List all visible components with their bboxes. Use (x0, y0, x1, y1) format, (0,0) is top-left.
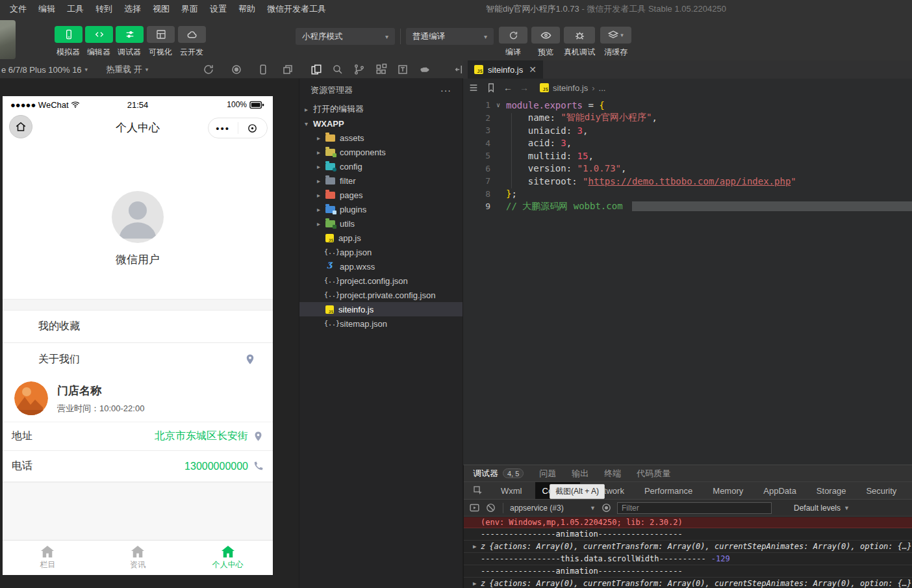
explorer-item[interactable]: ▸ utils (299, 216, 462, 231)
tab-bar-item[interactable]: 栏目 (3, 541, 93, 575)
clear-cache-button[interactable]: ▾ (600, 27, 631, 44)
expand-arrow-icon[interactable]: ▶ (473, 542, 481, 550)
editor-toggle-button[interactable] (85, 26, 113, 43)
code-line[interactable]: 1∨module.exports = { (463, 99, 912, 112)
teapot-icon[interactable] (419, 64, 431, 75)
code-line[interactable]: 3 uniacid: 3, (463, 124, 912, 137)
git-branch-icon[interactable] (353, 64, 365, 75)
search-icon[interactable] (332, 64, 344, 75)
exit-target-button[interactable] (238, 123, 268, 134)
expand-arrow-icon[interactable] (473, 518, 481, 519)
explorer-item[interactable]: sitemap.json (299, 316, 462, 331)
info-row[interactable]: 电话 13000000000 (3, 451, 273, 482)
device-frame-icon[interactable] (257, 64, 269, 75)
devtools-tab[interactable]: Memory (705, 482, 750, 499)
simulator-toggle-button[interactable] (55, 26, 82, 43)
debugger-tab[interactable]: 输出 (572, 468, 589, 479)
visualize-toggle-button[interactable] (147, 26, 175, 43)
menu-item[interactable]: 转到 (90, 0, 118, 18)
npm-package-icon[interactable] (397, 64, 409, 75)
mode-select[interactable]: 小程序模式 ▾ (296, 28, 395, 45)
console-filter-input[interactable] (617, 502, 772, 514)
tab-bar-item[interactable]: 个人中心 (183, 541, 273, 575)
devtools-tab[interactable]: Storage (809, 482, 854, 499)
menu-item[interactable]: 编辑 (32, 0, 61, 18)
menu-item[interactable]: 视图 (147, 0, 175, 18)
explorer-item[interactable]: ▸ pages (299, 188, 462, 202)
avatar[interactable] (112, 191, 164, 243)
device-select[interactable]: e 6/7/8 Plus 100% 16 (1, 65, 82, 75)
inspect-element-icon[interactable] (468, 482, 488, 499)
files-explorer-icon[interactable] (310, 64, 322, 75)
menu-item[interactable]: 文件 (4, 0, 32, 18)
debugger-tab[interactable]: 代码质量 (637, 468, 670, 479)
debugger-tab[interactable]: 终端 (604, 468, 621, 479)
explorer-item[interactable]: ▸ 打开的编辑器 (299, 102, 462, 116)
multi-window-icon[interactable] (282, 64, 294, 75)
console-eye-icon[interactable] (601, 502, 612, 513)
explorer-item[interactable]: ▸ filter (299, 173, 462, 188)
explorer-item[interactable]: project.config.json (299, 274, 462, 288)
menu-item[interactable]: 界面 (175, 0, 204, 18)
record-stop-icon[interactable] (231, 64, 242, 75)
code-line[interactable]: 2 name: "智能diy官网小程序", (463, 112, 912, 125)
code-line[interactable]: 7 siteroot: "https://demo.ttbobo.com/app… (463, 175, 912, 188)
breadcrumb-more[interactable]: ... (599, 83, 606, 93)
twisty-icon[interactable]: ▸ (317, 163, 325, 170)
tab-bar-item[interactable]: 资讯 (93, 541, 183, 575)
explorer-item[interactable]: app.wxss (299, 259, 462, 274)
compile-button[interactable] (499, 27, 527, 44)
explorer-item[interactable]: ▸ assets (299, 131, 462, 145)
log-levels-select[interactable]: Default levels ▼ (794, 504, 850, 513)
devtools-tab[interactable]: Wxml (494, 482, 529, 499)
about-us-row[interactable]: 关于我们 (3, 343, 273, 376)
explorer-item[interactable]: app.js (299, 231, 462, 245)
explorer-item[interactable]: app.json (299, 245, 462, 259)
explorer-item[interactable]: ▸ components (299, 145, 462, 159)
explorer-item[interactable]: ▸ plugins (299, 202, 462, 216)
store-card[interactable]: 门店名称 营业时间：10:00-22:00 (3, 376, 273, 422)
explorer-item[interactable]: ▾ WXAPP (299, 116, 462, 131)
expand-arrow-icon[interactable] (473, 567, 481, 568)
menu-item[interactable]: 设置 (204, 0, 233, 18)
code-line[interactable]: 5 multiid: 15, (463, 149, 912, 162)
back-arrow-icon[interactable]: ← (503, 83, 513, 93)
breadcrumb-file[interactable]: siteinfo.js (553, 83, 588, 93)
debugger-tab[interactable]: 调试器 4, 5 (473, 468, 524, 479)
forward-arrow-icon[interactable]: → (520, 83, 529, 93)
explorer-item[interactable]: siteinfo.js (299, 302, 462, 316)
context-select[interactable]: appservice (#3) ▼ (510, 504, 596, 513)
outline-list-icon[interactable] (468, 83, 479, 93)
bookmark-icon[interactable] (486, 83, 496, 93)
more-actions-icon[interactable]: ··· (440, 85, 451, 96)
close-icon[interactable]: ✕ (529, 64, 537, 75)
cloud-dev-button[interactable] (178, 26, 206, 43)
twisty-icon[interactable]: ▸ (317, 192, 325, 199)
menu-item[interactable]: 选择 (118, 0, 147, 18)
favorites-row[interactable]: 我的收藏 (3, 311, 273, 343)
debugger-toggle-button[interactable] (116, 26, 144, 43)
twisty-icon[interactable]: ▸ (305, 106, 313, 113)
devtools-tab[interactable]: Security (859, 482, 904, 499)
devtools-tab[interactable]: Performance (637, 482, 700, 499)
code-line[interactable]: 9// 大鹏源码网 wobbt.com (463, 200, 912, 213)
twisty-icon[interactable]: ▸ (317, 177, 325, 185)
twisty-icon[interactable]: ▸ (317, 220, 325, 227)
tab-siteinfo-js[interactable]: siteinfo.js ✕ (468, 60, 543, 79)
remote-debug-button[interactable] (564, 27, 595, 44)
devtools-tab[interactable]: Sensor (909, 482, 912, 499)
extensions-icon[interactable] (375, 64, 387, 75)
twisty-icon[interactable]: ▸ (317, 206, 325, 213)
code-line[interactable]: 6 version: "1.0.73", (463, 162, 912, 175)
show-sidebar-icon[interactable] (469, 502, 480, 513)
menu-item[interactable]: 工具 (61, 0, 90, 18)
compile-mode-select[interactable]: 普通编译 ▾ (406, 28, 494, 45)
explorer-item[interactable]: ▸ config (299, 159, 462, 173)
twisty-icon[interactable]: ▾ (305, 120, 313, 127)
twisty-icon[interactable]: ▸ (317, 149, 325, 156)
menu-item[interactable]: 帮助 (233, 0, 261, 18)
code-line[interactable]: 8}; (463, 188, 912, 201)
restart-icon[interactable] (203, 64, 214, 75)
home-button[interactable] (9, 115, 32, 138)
hot-reload-toggle[interactable]: 热重载 开 (106, 64, 142, 75)
